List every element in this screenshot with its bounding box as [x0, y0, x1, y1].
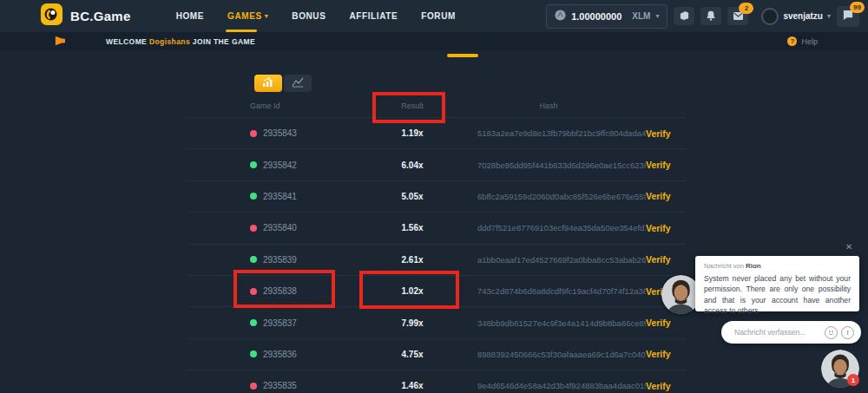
mail-badge: 2 [739, 3, 753, 14]
top-bar: BC.Game HOME GAMES▾ BONUS AFFILIATE FORU… [0, 0, 868, 32]
bar-chart-icon [262, 75, 274, 91]
user-menu[interactable]: svenjatzu ▾ [761, 8, 831, 25]
verify-link[interactable]: Verify [646, 128, 686, 139]
game-id: 2935838 [263, 286, 297, 296]
verify-link[interactable]: Verify [646, 191, 686, 201]
verify-link[interactable]: Verify [646, 318, 686, 328]
wallet-icon [679, 9, 690, 24]
bar-chart-toggle-button[interactable] [254, 75, 282, 92]
column-header-game-id: Game Id [187, 102, 373, 110]
announcement-bar: WELCOME Dogishans JOIN THE GAME ? Help [0, 32, 868, 50]
status-dot [250, 288, 257, 295]
hash-value: 348bb9db61527e4c9f3e4a1414d9b8ba66ce8970… [451, 318, 646, 328]
balance-selector[interactable]: 1.00000000 XLM ▾ [546, 4, 667, 29]
game-id: 2935837 [263, 318, 297, 328]
verify-link[interactable]: Verify [646, 160, 686, 170]
hash-value: 8988392450666c53f30afaaaea69c1d6a7c0407e… [451, 350, 646, 359]
table-row: 2935838 1.02x 743c2d874b6d8a8dcdf9fc19ac… [187, 275, 686, 306]
chat-unread-badge: 1 [847, 374, 859, 386]
hash-value: 743c2d874b6d8a8dcdf9fc19acf4d70f74f12a38… [451, 286, 646, 296]
result-value: 1.19x [373, 128, 451, 138]
brand-logo[interactable]: BC.Game [40, 3, 131, 29]
status-dot [250, 383, 257, 390]
help-button[interactable]: ? Help [787, 36, 818, 46]
nav-home[interactable]: HOME [176, 0, 204, 32]
status-dot [250, 161, 257, 168]
nav-forum[interactable]: FORUM [421, 0, 456, 32]
bcgame-page: BC.Game HOME GAMES▾ BONUS AFFILIATE FORU… [0, 0, 868, 393]
help-label: Help [801, 37, 818, 46]
question-mark-icon: ? [787, 36, 797, 46]
chat-button[interactable]: 99 [837, 6, 859, 27]
column-header-result: Result [373, 102, 451, 110]
info-icon[interactable]: ! [841, 326, 854, 339]
status-dot [250, 256, 257, 263]
hash-value: 5183a2ea7e9d8e13fb79bbf21bc9ffc804dada4a… [451, 128, 646, 138]
table-row: 2935840 1.56x ddd7f521e87769103ecf94ea35… [187, 212, 686, 243]
verify-link[interactable]: Verify [646, 381, 686, 391]
game-history-table: Game Id Result Hash 2935843 1.19x 5183a2… [187, 94, 686, 393]
game-id: 2935836 [263, 350, 297, 359]
username: svenjatzu [783, 11, 823, 21]
currency-label: XLM [632, 11, 650, 21]
game-id: 2935835 [263, 381, 297, 390]
game-id: 2935839 [263, 255, 297, 265]
result-value: 7.99x [373, 318, 451, 328]
table-row: 2935837 7.99x 348bb9db61527e4c9f3e4a1414… [187, 306, 686, 337]
history-view-toggle [254, 75, 312, 92]
status-dot [250, 130, 257, 137]
verify-link[interactable]: Verify [646, 349, 686, 359]
trend-chart-icon [292, 75, 304, 91]
table-row: 2935843 1.19x 5183a2ea7e9d8e13fb79bbf21b… [187, 117, 686, 148]
chat-input-placeholder: Nachricht verfassen... [721, 328, 825, 337]
chat-badge: 99 [850, 2, 865, 13]
tab-scroll-indicator [447, 54, 478, 57]
verify-link[interactable]: Verify [646, 223, 686, 233]
wallet-button[interactable] [674, 7, 694, 25]
result-value: 6.04x [373, 160, 451, 170]
nav-games[interactable]: GAMES▾ [227, 0, 268, 32]
game-id: 2935840 [263, 223, 297, 233]
bell-icon [706, 9, 716, 24]
result-value: 2.61x [373, 255, 451, 265]
result-value: 1.46x [373, 381, 451, 390]
result-value: 4.75x [373, 350, 451, 359]
announcement-username: Dogishans [149, 37, 190, 46]
chevron-down-icon: ▾ [655, 12, 659, 20]
table-row: 2935839 2.61x a1bb0eaaf17ed4527669f2a0bb… [187, 244, 686, 275]
nav-bonus[interactable]: BONUS [292, 0, 326, 32]
chevron-down-icon: ▾ [827, 12, 831, 20]
table-row: 2935842 6.04x 7028be95dd95f441b633d6d296… [187, 148, 686, 180]
nav-affiliate[interactable]: AFFILIATE [349, 0, 398, 32]
trend-chart-toggle-button[interactable] [284, 75, 312, 92]
table-header: Game Id Result Hash [187, 94, 686, 117]
game-table-body: 2935843 1.19x 5183a2ea7e9d8e13fb79bbf21b… [187, 117, 686, 393]
chat-message-card: Nachricht von Rion System never placed a… [695, 256, 859, 311]
brand-name: BC.Game [70, 9, 131, 23]
user-avatar [761, 8, 779, 25]
chevron-down-icon: ▾ [265, 12, 269, 20]
mail-button[interactable]: 2 [727, 7, 748, 25]
chat-input[interactable]: Nachricht verfassen... ! [721, 321, 861, 344]
table-row: 2935835 1.46x 9e4d6546d4e58a42d3b4f92488… [187, 370, 686, 393]
status-dot [250, 225, 257, 232]
emoji-icon[interactable] [825, 326, 838, 339]
hash-value: 7028be95dd95f441b633d6d296e0ae15cc6238dd… [451, 160, 646, 170]
notifications-button[interactable] [700, 7, 721, 25]
game-id: 2935841 [263, 192, 297, 201]
table-row: 2935841 5.05x 6bffc2a59159d2060d0abc85f5… [187, 180, 686, 212]
bcgame-logo-icon [40, 3, 63, 29]
chat-close-icon[interactable]: ✕ [845, 242, 852, 252]
result-value: 5.05x [373, 192, 451, 201]
balance-amount: 1.00000000 [571, 11, 621, 22]
announcement-text: WELCOME Dogishans JOIN THE GAME [106, 37, 255, 46]
status-dot [250, 319, 257, 326]
game-id: 2935842 [263, 160, 297, 170]
verify-link[interactable]: Verify [646, 254, 686, 265]
table-row: 2935836 4.75x 8988392450666c53f30afaaaea… [187, 338, 686, 370]
result-value: 1.56x [373, 223, 451, 233]
status-dot [250, 350, 257, 357]
status-dot [250, 193, 257, 200]
main-nav: HOME GAMES▾ BONUS AFFILIATE FORUM [176, 0, 456, 32]
chat-sender-name: Rion [746, 262, 761, 270]
